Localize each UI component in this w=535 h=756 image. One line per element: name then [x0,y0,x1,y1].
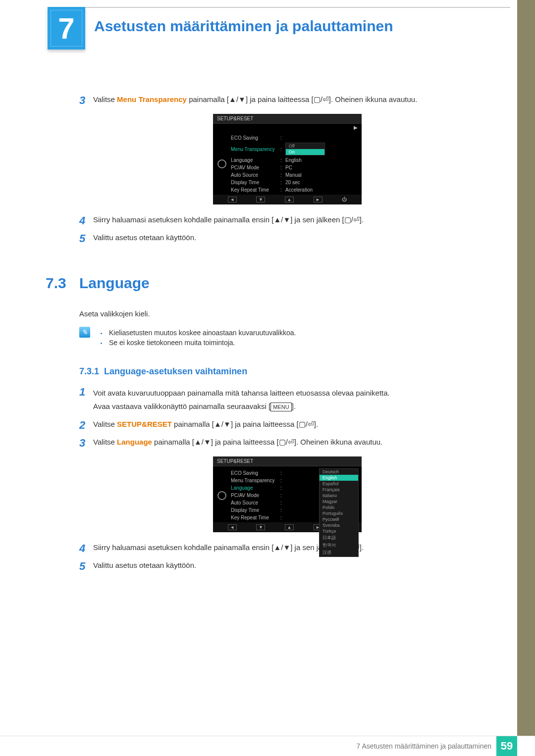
osd-item-active: Menu Transparency [231,147,280,152]
step-row: 1 Voit avata kuvaruutuoppaan painamalla … [79,386,495,414]
osd-body: ECO Saving: Menu Transparency: Off On La… [213,131,362,195]
up-down-icon: ▲/▼ [273,215,290,224]
osd-title: SETUP&RESET [213,114,362,124]
lang-option: 한국어 [320,542,358,549]
triangle-right-icon: ▶ [213,124,362,131]
osd-item-active: Language [231,485,280,491]
step-number: 5 [79,232,93,245]
note-icon: ✎ [79,327,90,338]
lang-option: Türkçe [320,528,358,534]
osd-item: Auto Source [231,172,280,178]
enter-icon: ▢/⏎ [279,438,294,446]
top-rule [85,7,510,8]
page-number: 59 [496,736,517,756]
step-row: 2 Valitse SETUP&RESET painamalla [▲/▼] j… [79,419,495,432]
osd-value: English [285,157,358,163]
nav-right-icon: ► [314,197,322,202]
setup-reset-label: SETUP&RESET [117,420,172,428]
t: painamalla [ [152,438,194,446]
osd-item: Menu Transparency [231,478,280,483]
t: Voit avata kuvaruutuoppaan painamalla mi… [93,388,495,399]
t: Siirry haluamasi asetuksen kohdalle pain… [93,215,273,224]
up-down-icon: ▲/▼ [214,420,231,428]
t: ]. [360,215,364,224]
step-text: Valittu asetus otetaan käyttöön. [93,232,495,244]
page-footer: 7 Asetusten määrittäminen ja palauttamin… [0,736,535,756]
chapter-number-box: 7 [48,7,85,50]
subsection-number: 7.3.1 [79,366,99,377]
osd-item: ECO Saving [231,470,280,476]
t: Valitse [93,438,117,446]
step-text: Siirry haluamasi asetuksen kohdalle pain… [93,542,495,554]
osd-title: SETUP&RESET [213,456,362,466]
section-title: Language [79,275,150,292]
t: Avaa vastaava valikkonäyttö painamalla s… [93,402,270,410]
step-text: Valitse Language painamalla [▲/▼] ja pai… [93,437,495,448]
t: ]. [292,402,296,410]
osd-button-row: ◄ ▼ ▲ ► ⏻ [213,195,362,204]
t: ] ja paina laitteessa [ [246,95,314,103]
section-number: 7.3 [46,275,79,292]
osd-list: ECO Saving: Menu Transparency: Off On La… [229,134,360,194]
lang-option: Italiano [320,493,358,499]
step-row: 4 Siirry haluamasi asetuksen kohdalle pa… [79,542,495,555]
step-number: 4 [79,214,93,227]
step-text: Valitse Menu Transparency painamalla [▲/… [93,94,495,105]
step-number: 4 [79,542,93,555]
footer-text: 7 Asetusten määrittäminen ja palauttamin… [357,742,491,750]
section-intro: Aseta valikkojen kieli. [79,309,495,318]
osd-item: Auto Source [231,500,280,505]
step-number: 3 [79,437,93,450]
step-text: Valitse SETUP&RESET painamalla [▲/▼] ja … [93,419,495,430]
step-number: 1 [79,386,93,399]
nav-up-icon: ▲ [285,197,294,202]
osd-list: ECO Saving: Menu Transparency: Language:… [229,469,360,521]
language-label: Language [117,438,152,446]
osd-item: Display Time [231,507,280,513]
manual-page: 7 Asetusten määrittäminen ja palauttamin… [0,0,535,756]
step-text: Siirry haluamasi asetuksen kohdalle pain… [93,214,495,226]
t: ] ja paina laitteessa [ [231,420,299,428]
section-heading: 7.3 Language [46,275,495,292]
t: ]. [360,543,364,552]
osd-option-off: Off [286,143,324,149]
nav-down-icon: ▼ [256,524,265,530]
lang-option: Русский [320,516,358,522]
lang-option: Magyar [320,499,358,504]
osd-language: SETUP&RESET ECO Saving: Menu Transparenc… [213,456,362,532]
osd-item: Key Repeat Time [231,515,280,520]
note-item: Kieliasetusten muutos koskee ainoastaan … [107,329,296,337]
lang-option: 日本語 [320,534,358,542]
t: painamalla [ [187,95,229,103]
note-item: Se ei koske tietokoneen muita toimintoja… [107,339,296,347]
note-block: ✎ Kieliasetusten muutos koskee ainoastaa… [79,327,495,349]
chapter-title: Asetusten määrittäminen ja palauttaminen [94,18,393,35]
step-row: 5 Valittu asetus otetaan käyttöön. [79,232,495,245]
t: ] ja paina laitteessa [ [211,438,279,446]
nav-up-icon: ▲ [285,524,294,530]
menu-button-label: MENU [270,403,291,412]
osd-value: Acceleration [285,187,358,193]
step-row: 3 Valitse Language painamalla [▲/▼] ja p… [79,437,495,450]
osd-dropdown: Off On [285,143,325,155]
gear-icon [215,469,229,521]
up-down-icon: ▲/▼ [194,438,211,446]
osd-option-on: On [286,149,324,155]
osd-value: Manual [285,172,358,178]
t: ] ja sen jälkeen [ [290,215,344,224]
nav-left-icon: ◄ [228,197,237,202]
enter-icon: ▢/⏎ [314,95,329,103]
step-number: 5 [79,560,93,573]
osd-item: Display Time [231,180,280,185]
step-number: 3 [79,94,93,107]
t: Valitse [93,95,117,103]
menu-transparency-label: Menu Transparency [117,95,187,103]
t: ]. Oheinen ikkuna avautuu. [329,95,417,103]
osd-body: ECO Saving: Menu Transparency: Language:… [213,466,362,522]
lang-option: Svenska [320,522,358,528]
osd-item: PC/AV Mode [231,165,280,170]
step-number: 2 [79,419,93,432]
lang-option: Polski [320,504,358,510]
osd-item: PC/AV Mode [231,493,280,498]
nav-down-icon: ▼ [256,197,265,202]
